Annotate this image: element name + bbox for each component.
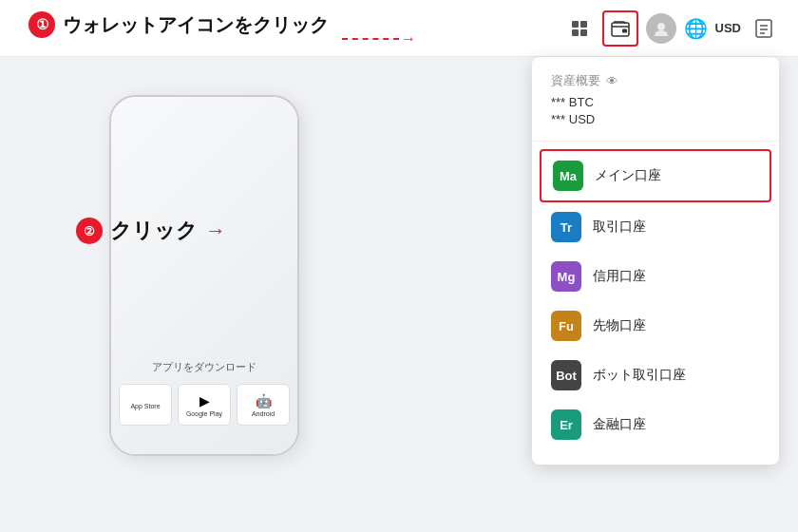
svg-rect-3: [580, 29, 587, 36]
download-icon[interactable]: [749, 13, 779, 44]
user-avatar[interactable]: [646, 13, 676, 44]
google-play-label: Google Play: [186, 410, 222, 417]
dropdown-header: 資産概要 👁 *** BTC *** USD: [532, 68, 779, 142]
language-icon[interactable]: 🌐: [684, 17, 708, 40]
google-play-icon: ▶: [200, 393, 210, 408]
grid-icon[interactable]: [564, 13, 595, 44]
account-name-ma: メイン口座: [595, 167, 661, 184]
account-item-ma[interactable]: Maメイン口座: [540, 149, 771, 202]
step1-annotation: ① ウォレットアイコンをクリック: [28, 11, 329, 38]
download-title: アプリをダウンロード: [119, 360, 290, 374]
phone-area: アプリをダウンロード App Store ▶ Google Play 🤖 And…: [57, 95, 352, 494]
wallet-dropdown: 資産概要 👁 *** BTC *** USD Maメイン口座Tr取引口座Mg信用…: [532, 57, 779, 465]
account-item-er[interactable]: Er金融口座: [532, 400, 779, 449]
currency-selector[interactable]: USD: [715, 21, 741, 35]
account-name-bot: ボット取引口座: [593, 367, 686, 384]
account-name-fu: 先物口座: [593, 317, 646, 334]
step1-text: ウォレットアイコンをクリック: [63, 12, 329, 38]
phone-screen: アプリをダウンロード App Store ▶ Google Play 🤖 And…: [111, 97, 297, 454]
account-name-er: 金融口座: [593, 416, 646, 433]
android-icon: 🤖: [256, 393, 272, 408]
asset-overview-label: 資産概要 👁: [551, 72, 760, 89]
step2-circle: ②: [76, 218, 103, 244]
account-icon-fu: Fu: [551, 311, 581, 341]
app-store-button[interactable]: App Store: [119, 384, 172, 426]
svg-rect-2: [572, 29, 579, 36]
account-item-fu[interactable]: Fu先物口座: [532, 301, 779, 351]
step1-circle: ①: [28, 11, 55, 38]
hide-icon: 👁: [606, 74, 618, 88]
svg-rect-7: [756, 20, 771, 37]
svg-rect-0: [572, 21, 579, 28]
svg-rect-5: [622, 28, 627, 32]
account-icon-tr: Tr: [551, 212, 581, 242]
btc-balance: *** BTC: [551, 95, 760, 109]
account-name-tr: 取引口座: [593, 218, 646, 236]
svg-point-6: [657, 23, 665, 30]
android-label: Android: [252, 410, 275, 417]
google-play-button[interactable]: ▶ Google Play: [178, 384, 231, 426]
usd-balance: *** USD: [551, 112, 760, 126]
account-item-mg[interactable]: Mg信用口座: [532, 252, 779, 301]
step2-annotation: ② クリック →: [76, 217, 226, 245]
account-icon-ma: Ma: [553, 161, 583, 191]
account-icon-er: Er: [551, 409, 581, 440]
step2-arrow: →: [205, 218, 226, 243]
navbar: ① ウォレットアイコンをクリック → 🌐 USD: [0, 0, 798, 57]
android-button[interactable]: 🤖 Android: [237, 384, 290, 426]
account-list: Maメイン口座Tr取引口座Mg信用口座Fu先物口座Botボット取引口座Er金融口…: [532, 142, 779, 457]
account-item-bot[interactable]: Botボット取引口座: [532, 351, 779, 400]
download-section: アプリをダウンロード App Store ▶ Google Play 🤖 And…: [119, 360, 290, 426]
account-icon-mg: Mg: [551, 261, 581, 292]
step1-arrow: →: [342, 30, 416, 48]
arrow-head-icon: →: [401, 30, 416, 48]
account-icon-bot: Bot: [551, 360, 581, 390]
step2-text: クリック: [110, 217, 198, 245]
svg-rect-1: [580, 21, 587, 28]
wallet-icon[interactable]: [602, 10, 638, 47]
download-buttons: App Store ▶ Google Play 🤖 Android: [119, 384, 290, 426]
app-store-label: App Store: [130, 403, 160, 409]
account-item-tr[interactable]: Tr取引口座: [532, 202, 779, 252]
phone-mockup: アプリをダウンロード App Store ▶ Google Play 🤖 And…: [109, 95, 299, 456]
account-name-mg: 信用口座: [593, 268, 646, 285]
